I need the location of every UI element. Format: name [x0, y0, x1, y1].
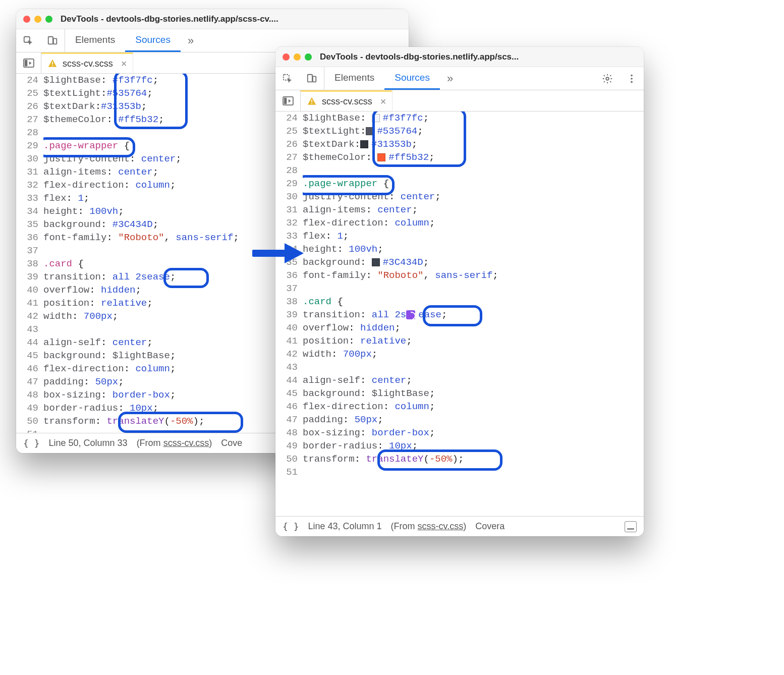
svg-marker-17	[288, 99, 291, 102]
close-tab-icon[interactable]: ×	[121, 58, 127, 70]
svg-point-12	[631, 74, 633, 76]
file-tab-strip: scss-cv.scss ×	[275, 90, 644, 111]
main-toolbar: Elements Sources »	[275, 67, 644, 90]
coverage-label[interactable]: Covera	[475, 521, 505, 532]
navigator-toggle-icon[interactable]	[275, 90, 301, 111]
inspect-element-icon[interactable]	[275, 67, 300, 90]
svg-rect-10	[313, 76, 316, 82]
more-tabs-icon[interactable]: »	[440, 67, 460, 90]
close-tab-icon[interactable]: ×	[380, 96, 386, 107]
device-toolbar-icon[interactable]	[40, 29, 65, 52]
svg-marker-5	[29, 61, 31, 65]
minimize-window-button[interactable]	[34, 16, 41, 23]
svg-rect-19	[311, 103, 312, 104]
svg-rect-2	[53, 38, 57, 44]
file-tab-label: scss-cv.scss	[63, 59, 113, 69]
status-bar: { } Line 43, Column 1 (From scss-cv.css)…	[275, 516, 644, 536]
tab-elements[interactable]: Elements	[65, 29, 125, 52]
source-map-label: (From scss-cv.css)	[391, 521, 467, 532]
cursor-position: Line 50, Column 33	[49, 438, 128, 448]
inspect-element-icon[interactable]	[16, 29, 40, 52]
zoom-window-button[interactable]	[45, 16, 52, 23]
traffic-lights	[23, 16, 52, 23]
panel-tabs: Elements Sources	[65, 29, 181, 52]
drawer-toggle-icon[interactable]	[625, 521, 637, 532]
line-gutter: 2425262728293031323334353637383940414243…	[16, 74, 43, 433]
close-window-button[interactable]	[283, 53, 290, 61]
tab-elements[interactable]: Elements	[324, 67, 384, 90]
code-area[interactable]: $lightBase: #f3f7fc;$textLight:#535764;$…	[303, 111, 644, 516]
source-map-link[interactable]: scss-cv.css	[418, 521, 464, 531]
device-toolbar-icon[interactable]	[300, 67, 324, 90]
pretty-print-icon[interactable]: { }	[283, 521, 299, 532]
titlebar: DevTools - devtools-dbg-stories.netlify.…	[275, 47, 644, 67]
svg-rect-18	[311, 100, 312, 102]
svg-point-14	[631, 81, 633, 83]
line-gutter: 2425262728293031323334353637383940414243…	[275, 111, 303, 516]
file-tab-scss[interactable]: scss-cv.scss ×	[41, 52, 133, 73]
kebab-menu-icon[interactable]	[620, 67, 644, 90]
svg-point-13	[631, 78, 633, 80]
settings-icon[interactable]	[595, 67, 620, 90]
svg-rect-6	[52, 62, 53, 65]
more-tabs-icon[interactable]: »	[181, 29, 201, 52]
traffic-lights	[283, 53, 312, 61]
navigator-toggle-icon[interactable]	[16, 52, 41, 73]
source-map-label: (From scss-cv.css)	[137, 438, 212, 448]
pretty-print-icon[interactable]: { }	[23, 438, 40, 448]
arrow-icon	[252, 243, 305, 263]
devtools-window-right: DevTools - devtools-dbg-stories.netlify.…	[275, 47, 644, 536]
zoom-window-button[interactable]	[305, 53, 312, 61]
svg-rect-7	[52, 65, 53, 66]
file-tab-label: scss-cv.scss	[322, 96, 372, 107]
minimize-window-button[interactable]	[294, 53, 301, 61]
svg-rect-1	[48, 36, 53, 44]
svg-rect-9	[308, 74, 312, 82]
svg-rect-16	[284, 97, 286, 104]
panel-tabs: Elements Sources	[324, 67, 440, 90]
source-map-link[interactable]: scss-cv.css	[163, 438, 209, 448]
cursor-position: Line 43, Column 1	[308, 521, 382, 532]
close-window-button[interactable]	[23, 16, 30, 23]
window-title: DevTools - devtools-dbg-stories.netlify.…	[320, 52, 637, 62]
titlebar: DevTools - devtools-dbg-stories.netlify.…	[16, 9, 409, 29]
coverage-label[interactable]: Cove	[221, 438, 242, 448]
tab-sources[interactable]: Sources	[384, 67, 440, 90]
file-tab-scss[interactable]: scss-cv.scss ×	[301, 90, 393, 111]
window-title: DevTools - devtools-dbg-stories.netlify.…	[61, 14, 402, 24]
svg-point-11	[606, 77, 609, 80]
editor[interactable]: 2425262728293031323334353637383940414243…	[275, 111, 644, 516]
warning-icon	[47, 59, 58, 69]
svg-rect-4	[24, 60, 27, 66]
tab-sources[interactable]: Sources	[125, 29, 181, 52]
warning-icon	[307, 96, 317, 106]
